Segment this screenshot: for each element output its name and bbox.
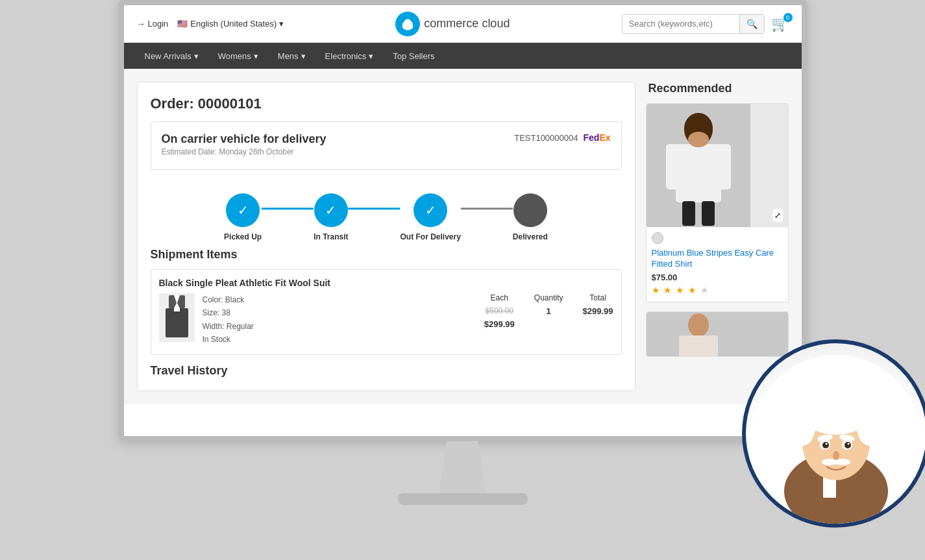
estimated-date: Estimated Date: Monday 26th October bbox=[162, 147, 327, 156]
star-1: ★ bbox=[652, 285, 661, 295]
item-details-row: Color: Black Size: 38 Width: Regular In … bbox=[159, 293, 613, 347]
shipment-item: Black Single Pleat Athletic Fit Wool Sui… bbox=[151, 269, 622, 355]
order-section: Order: 00000101 On carrier vehicle for d… bbox=[137, 82, 635, 391]
search-button[interactable]: 🔍 bbox=[739, 15, 764, 33]
svg-point-17 bbox=[688, 132, 709, 147]
item-image bbox=[159, 293, 195, 342]
logo-area: commerce cloud bbox=[395, 12, 510, 36]
svg-rect-13 bbox=[715, 144, 731, 189]
svg-point-35 bbox=[845, 442, 851, 448]
nav-item-top-sellers[interactable]: Top Sellers bbox=[385, 46, 442, 66]
nav-label-womens: Womens bbox=[218, 51, 251, 61]
expand-icon[interactable]: ⤢ bbox=[772, 209, 783, 222]
star-empty: ★ bbox=[700, 285, 709, 295]
svg-point-31 bbox=[850, 400, 874, 433]
nav-label-top-sellers: Top Sellers bbox=[393, 51, 434, 61]
delivery-status-box: On carrier vehicle for delivery Estimate… bbox=[151, 121, 622, 170]
star-3: ★ bbox=[676, 285, 685, 295]
item-color: Black bbox=[225, 295, 244, 304]
logo-text: commerce cloud bbox=[424, 17, 510, 30]
each-label: Each bbox=[491, 293, 508, 302]
language-label: English (United States) bbox=[190, 19, 277, 29]
product-stars-1: ★ ★ ★ ★ ★ bbox=[652, 285, 783, 295]
tracking-info: TEST100000004 FedEx bbox=[514, 132, 610, 143]
nav-label-electronics: Electronics bbox=[325, 51, 367, 61]
item-width: Regular bbox=[227, 322, 254, 331]
item-attributes: Color: Black Size: 38 Width: Regular In … bbox=[203, 293, 476, 347]
login-link[interactable]: → Login bbox=[137, 19, 169, 29]
step-circle-delivered bbox=[513, 193, 547, 227]
svg-point-19 bbox=[688, 313, 709, 337]
nav-item-womens[interactable]: Womens ▾ bbox=[210, 46, 266, 66]
quantity-label: Quantity bbox=[534, 293, 563, 302]
main-content: Order: 00000101 On carrier vehicle for d… bbox=[124, 69, 802, 404]
svg-point-36 bbox=[825, 443, 827, 445]
each-col: Each $500.00 $299.99 bbox=[484, 293, 515, 329]
svg-rect-20 bbox=[679, 335, 718, 357]
star-2: ★ bbox=[663, 285, 672, 295]
top-bar-right: 🔍 🛒 0 bbox=[622, 14, 789, 34]
svg-rect-14 bbox=[682, 201, 695, 226]
item-quantity: 1 bbox=[547, 306, 551, 316]
monitor-base bbox=[398, 493, 528, 505]
cart-icon[interactable]: 🛒 0 bbox=[771, 16, 789, 32]
chevron-down-icon: ▾ bbox=[301, 51, 306, 61]
step-delivered: Delivered bbox=[513, 193, 548, 241]
step-in-transit: ✓ In Transit bbox=[314, 193, 348, 241]
step-label-picked-up: Picked Up bbox=[224, 232, 262, 241]
svg-rect-12 bbox=[666, 144, 682, 189]
svg-rect-11 bbox=[676, 144, 721, 202]
top-bar: → Login 🇺🇸 English (United States) ▾ bbox=[124, 5, 802, 43]
color-swatch-1[interactable] bbox=[652, 232, 663, 244]
recommended-title: Recommended bbox=[646, 82, 789, 95]
nav-label-mens: Mens bbox=[278, 51, 299, 61]
sale-price: $299.99 bbox=[484, 319, 515, 329]
item-total: $299.99 bbox=[583, 306, 613, 316]
step-out-for-delivery: ✓ Out For Delivery bbox=[400, 193, 460, 241]
language-selector[interactable]: 🇺🇸 English (United States) ▾ bbox=[177, 19, 284, 29]
tracking-number: TEST100000004 bbox=[514, 133, 578, 143]
svg-point-37 bbox=[847, 443, 849, 445]
progress-tracker: ✓ Picked Up ✓ In Transit ✓ Out For Deliv… bbox=[151, 180, 622, 248]
nav-item-mens[interactable]: Mens ▾ bbox=[270, 46, 314, 66]
chevron-down-icon: ▾ bbox=[369, 51, 373, 61]
monitor-stand bbox=[424, 441, 502, 493]
step-label-delivered: Delivered bbox=[513, 232, 548, 241]
step-label-in-transit: In Transit bbox=[314, 232, 348, 241]
step-picked-up: ✓ Picked Up bbox=[224, 193, 262, 241]
quantity-col: Quantity 1 bbox=[534, 293, 563, 316]
login-label[interactable]: Login bbox=[148, 19, 169, 29]
step-label-out-for-delivery: Out For Delivery bbox=[400, 232, 460, 241]
svg-point-30 bbox=[798, 400, 822, 433]
step-circle-in-transit: ✓ bbox=[314, 193, 348, 227]
item-size: 38 bbox=[222, 308, 230, 317]
chevron-down-icon: ▾ bbox=[254, 51, 258, 61]
svg-point-40 bbox=[835, 459, 850, 465]
item-stock: In Stock bbox=[203, 333, 476, 346]
salesforce-logo bbox=[395, 12, 420, 36]
nav-item-electronics[interactable]: Electronics ▾ bbox=[317, 46, 382, 66]
svg-rect-15 bbox=[702, 201, 715, 226]
travel-history-title: Travel History bbox=[151, 364, 622, 378]
connector-1 bbox=[262, 208, 314, 210]
connector-3 bbox=[461, 208, 513, 210]
search-box[interactable]: 🔍 bbox=[622, 14, 765, 34]
step-circle-picked-up: ✓ bbox=[226, 193, 260, 227]
einstein-inner bbox=[746, 343, 926, 524]
order-title: Order: 00000101 bbox=[151, 95, 622, 112]
chevron-down-icon: ▾ bbox=[194, 51, 199, 61]
nav-item-new-arrivals[interactable]: New Arrivals ▾ bbox=[137, 46, 206, 66]
nav-bar: New Arrivals ▾ Womens ▾ Mens ▾ Electroni… bbox=[124, 43, 802, 69]
svg-rect-5 bbox=[166, 308, 188, 337]
star-half: ★ bbox=[688, 285, 697, 295]
step-circle-out-for-delivery: ✓ bbox=[413, 193, 447, 227]
search-input[interactable] bbox=[623, 15, 739, 32]
product-info-1: Platinum Blue Stripes Easy Care Fitted S… bbox=[647, 245, 788, 302]
product-price-1: $75.00 bbox=[652, 273, 783, 282]
svg-point-3 bbox=[404, 19, 412, 25]
product-name-1[interactable]: Platinum Blue Stripes Easy Care Fitted S… bbox=[652, 248, 783, 270]
connector-2 bbox=[348, 208, 400, 210]
chevron-down-icon: ▾ bbox=[279, 19, 284, 29]
cart-badge: 0 bbox=[783, 13, 793, 22]
delivery-status-title: On carrier vehicle for delivery bbox=[162, 132, 327, 146]
